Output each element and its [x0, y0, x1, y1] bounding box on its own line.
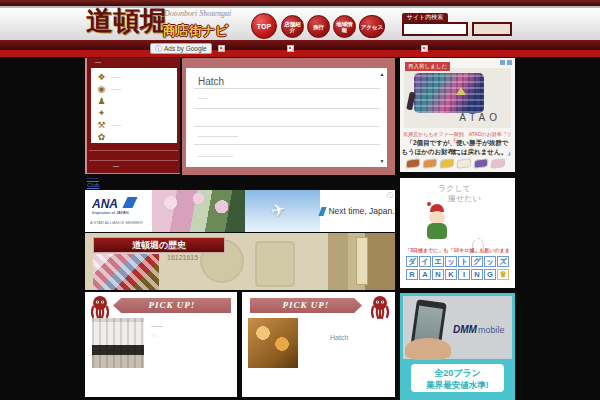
atao-brand: ATAO — [459, 112, 501, 123]
ranking-letter-row: R A N K I N G ♛ — [405, 269, 510, 280]
dmm-offer-line1: 全20プラン — [411, 367, 504, 380]
content-divider — [194, 144, 380, 145]
ad-info-icon[interactable]: ⓘ — [387, 191, 393, 200]
diet-letter-row: ダ イ エ ッ ト グ ッ ズ — [405, 256, 510, 267]
sidebar-item-label: —— — [111, 74, 121, 80]
diet-copy-line2: 痩せたい — [448, 193, 481, 204]
ad-close-icon[interactable] — [507, 60, 512, 65]
atao-quote: もうほかのお財布には戻れません。」 — [400, 148, 515, 157]
nav-button-travel[interactable]: 旅行 — [307, 15, 330, 38]
atao-wallet-photo: ATAO — [404, 68, 511, 128]
diet-letter-box: イ — [419, 256, 431, 267]
sidebar-item[interactable]: ❖ —— — [96, 71, 172, 83]
cat-ear — [480, 236, 484, 240]
content-divider — [194, 108, 380, 109]
gift-icon: ❖ — [96, 72, 107, 82]
history-bg-photo — [328, 233, 395, 290]
dmm-offer-line2: 業界最安値水準! — [411, 380, 504, 392]
history-photo — [93, 254, 159, 290]
pickup-banner: PICK UP! — [113, 298, 231, 313]
history-distance: 2.5km — [167, 244, 186, 251]
wallet-variant — [457, 158, 472, 169]
logo-subtitle[interactable]: 商店街ナビ — [163, 22, 229, 40]
sidebar-item-label: —— — [111, 122, 121, 128]
text-link[interactable]: Club — [87, 182, 99, 188]
ranking-letter-box: A — [419, 269, 431, 280]
site-logo[interactable]: 道頓堀 — [86, 6, 167, 36]
ana-message-section: Next time, Japan. — [320, 190, 395, 232]
dmm-mobile-ad[interactable]: DMM mobile 全20プラン 業界最安値水準! — [400, 293, 515, 400]
ana-logo-slash — [122, 197, 137, 208]
octopus-icon — [368, 294, 392, 320]
history-number: 16121615 — [167, 254, 198, 261]
diet-lead-text: 「3日後までに」も「10キロ減」も思いのまま — [400, 247, 515, 253]
pickup-caption[interactable]: Hatch — [330, 334, 348, 341]
ranking-letter-box: N — [471, 269, 483, 280]
hat-pompom — [427, 202, 431, 206]
nav-button-area-info[interactable]: 地域情報 — [333, 15, 356, 38]
sidebar-item-label: —— — [111, 86, 121, 92]
sidebar-menu-panel: ❖ —— ◉ —— ♟ ✦ ⚒ —— ✿ — [91, 68, 177, 143]
character-body — [427, 223, 447, 239]
wallet-variant — [406, 158, 421, 169]
nav-button-top[interactable]: TOP — [251, 13, 277, 39]
logo-script: Dotonbori Shotengai — [164, 9, 231, 18]
ads-strip — [0, 50, 600, 57]
scroll-up-icon[interactable]: ▲ — [379, 71, 385, 77]
pickup-subcaption: ○○ — [151, 332, 157, 338]
text-link[interactable]: —— — [87, 175, 99, 181]
ad-close-icon[interactable] — [500, 60, 505, 65]
pickup-photo[interactable] — [248, 318, 298, 368]
history-bg-art — [255, 241, 295, 287]
wallet-logo-icon — [456, 87, 466, 95]
content-note: ——————— — [198, 153, 233, 159]
sidebar-item[interactable]: ♟ — [96, 95, 172, 107]
history-ribbon[interactable]: 道頓堀の歴史 — [93, 237, 225, 253]
diet-character — [420, 204, 460, 244]
ana-banner-ad[interactable]: ANA Inspiration of JAPAN A STAR ALLIANCE… — [85, 190, 395, 232]
hand-image — [405, 338, 451, 360]
sidebar-divider — [89, 150, 178, 151]
page: Dotonbori Shotengai 道頓堀 商店街ナビ TOP 店舗紹介 旅… — [0, 0, 600, 400]
sidebar-item[interactable]: ✿ — [96, 131, 172, 143]
ana-blue-mark-icon — [319, 207, 327, 216]
diet-letter-box: ダ — [406, 256, 418, 267]
content-divider — [194, 126, 380, 127]
header-maroon-bar — [0, 40, 600, 50]
pickup-caption[interactable]: —— — [151, 323, 163, 329]
content-box-inner: Hatch —— ———————— ——————— ▲ ▼ — [186, 68, 387, 167]
scroll-down-icon[interactable]: ▼ — [379, 158, 385, 164]
search-button[interactable] — [472, 22, 512, 36]
wallet-variant — [491, 158, 506, 169]
sidebar-item[interactable]: ◉ —— — [96, 83, 172, 95]
wallet-image — [414, 73, 484, 113]
search-label-tab: サイト内検索 — [402, 13, 448, 22]
diet-letter-box: ッ — [445, 256, 457, 267]
cat-ear — [474, 236, 478, 240]
pickup-section-left: PICK UP! —— ○○ — [85, 292, 237, 397]
sidebar-divider — [89, 160, 178, 161]
diet-ranking-ad[interactable]: ラクして 痩せたい 「3日後までに」も「10キロ減」も思いのまま ダ イ エ ッ… — [400, 178, 515, 288]
crown-icon: ♛ — [497, 269, 509, 280]
nav-button-access[interactable]: アクセス — [359, 15, 385, 38]
pickup-photo[interactable] — [92, 318, 144, 368]
search-input[interactable] — [402, 22, 468, 36]
ana-message: Next time, Japan. — [328, 206, 394, 216]
atao-ad[interactable]: 再入荷しました ATAO 百貨店からもオファー殺到 ATAOのお財布『リモ』 「… — [400, 58, 515, 172]
wallet-variant — [474, 158, 489, 169]
broken-image-icon — [421, 45, 428, 52]
nav-button-shops[interactable]: 店舗紹介 — [281, 15, 304, 38]
broken-image-icon — [218, 45, 225, 52]
wallet-variant — [423, 158, 438, 169]
ana-brand: ANA — [92, 197, 118, 211]
sidebar-item[interactable]: ⚒ —— — [96, 119, 172, 131]
diet-letter-box: ト — [458, 256, 470, 267]
dmm-brand-sub: mobile — [478, 325, 505, 335]
ads-by-google-badge[interactable]: ⓘ Ads by Google — [150, 43, 212, 54]
broken-image-icon — [287, 45, 294, 52]
ranking-letter-box: R — [406, 269, 418, 280]
ranking-letter-box: K — [445, 269, 457, 280]
sidebar: — ❖ —— ◉ —— ♟ ✦ ⚒ —— ✿ — [85, 58, 180, 174]
sidebar-item[interactable]: ✦ — [96, 107, 172, 119]
pickup-banner: PICK UP! — [250, 298, 362, 313]
